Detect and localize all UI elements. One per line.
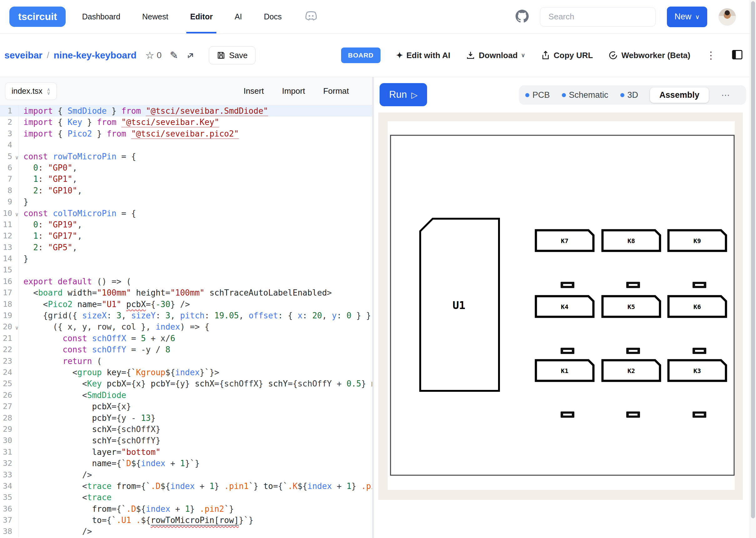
code-line[interactable]: 21 const schOffX = 5 + x/6 bbox=[0, 333, 372, 344]
menu-import[interactable]: Import bbox=[282, 86, 305, 96]
assembly-canvas[interactable]: U1K7K8K9K4K5K6K1K2K3 bbox=[388, 121, 735, 490]
breadcrumb: seveibar / nine-key-keyboard bbox=[4, 50, 137, 61]
board-badge[interactable]: BOARD bbox=[341, 47, 380, 63]
tab-label: PCB bbox=[533, 90, 550, 100]
code-line[interactable]: 2import { Key } from "@tsci/seveibar.Key… bbox=[0, 117, 372, 128]
code-line[interactable]: 25 <Key pcbX={x} pcbY={y} schX={schOffX}… bbox=[0, 378, 372, 389]
code-line[interactable]: 35 <trace bbox=[0, 492, 372, 503]
edit-with-ai-button[interactable]: ✦ Edit with AI bbox=[396, 51, 450, 60]
search-input[interactable] bbox=[540, 7, 656, 27]
fold-chevron-icon[interactable]: ∨ bbox=[15, 152, 19, 163]
line-number: 34 bbox=[0, 480, 19, 492]
open-link-button[interactable] bbox=[186, 51, 196, 60]
webworker-button[interactable]: Webworker (Beta) bbox=[609, 51, 690, 60]
fold-chevron-icon[interactable]: ∨ bbox=[15, 209, 19, 220]
nav-item-newest[interactable]: Newest bbox=[142, 0, 168, 33]
github-icon[interactable] bbox=[516, 10, 529, 24]
code-line[interactable]: 1import { SmdDiode } from "@tsci/seveiba… bbox=[0, 105, 372, 117]
panel-layout-button[interactable] bbox=[731, 49, 743, 61]
code-line[interactable]: 20∨ ({ x, y, row, col }, index) => { bbox=[0, 321, 372, 332]
code-line[interactable]: 12 1: "GP17", bbox=[0, 230, 372, 242]
code-line[interactable]: 4 bbox=[0, 139, 372, 151]
code-text: } bbox=[19, 196, 29, 207]
code-line[interactable]: 9} bbox=[0, 196, 372, 207]
code-text: schX={schOffX} bbox=[19, 424, 160, 435]
tab-label: 3D bbox=[627, 90, 638, 100]
code-line[interactable]: 23 return ( bbox=[0, 355, 372, 367]
code-line[interactable]: 34 <trace from={`.D${index + 1} .pin1`} … bbox=[0, 480, 372, 492]
code-line[interactable]: 37 to={`.U1 .${rowToMicroPin[row]}`} bbox=[0, 514, 372, 526]
code-line[interactable]: 26 <SmdDiode bbox=[0, 390, 372, 401]
code-line[interactable]: 17 <board width="100mm" height="100mm" s… bbox=[0, 287, 372, 298]
code-line[interactable]: 24 <group key={`Kgroup${index}`}> bbox=[0, 367, 372, 378]
new-button[interactable]: New ∨ bbox=[667, 7, 707, 27]
breadcrumb-owner[interactable]: seveibar bbox=[4, 50, 42, 61]
save-button[interactable]: Save bbox=[209, 46, 256, 64]
tab-schematic[interactable]: Schematic bbox=[562, 90, 609, 100]
download-label: Download bbox=[479, 51, 517, 60]
code-line[interactable]: 32 name={`D${index + 1}`} bbox=[0, 458, 372, 469]
code-line[interactable]: 7 1: "GP1", bbox=[0, 173, 372, 185]
app-logo[interactable]: tscircuit bbox=[9, 7, 66, 27]
menu-format[interactable]: Format bbox=[323, 86, 349, 96]
webworker-label: Webworker (Beta) bbox=[621, 51, 690, 60]
code-text: name={`D${index + 1}`} bbox=[19, 458, 200, 469]
line-number: 8 bbox=[0, 185, 19, 196]
code-text: ({ x, y, row, col }, index) => { bbox=[19, 321, 209, 332]
code-line[interactable]: 3import { Pico2 } from "@tsci/seveibar.p… bbox=[0, 128, 372, 139]
code-line[interactable]: 36 from={`.D${index + 1} .pin2`} bbox=[0, 503, 372, 514]
code-line[interactable]: 33 /> bbox=[0, 469, 372, 480]
code-line[interactable]: 10∨const colToMicroPin = { bbox=[0, 208, 372, 219]
code-line[interactable]: 38 /> bbox=[0, 526, 372, 537]
tab-3d[interactable]: 3D bbox=[620, 90, 638, 100]
tab-assembly[interactable]: Assembly bbox=[650, 87, 709, 103]
code-editor-panel: index.tsx ∧∨ Insert Import Format 1impor… bbox=[0, 77, 372, 538]
code-line[interactable]: 28 pcbY={y - 13} bbox=[0, 412, 372, 424]
code-line[interactable]: 29 schX={schOffX} bbox=[0, 424, 372, 435]
code-line[interactable]: 6 0: "GP0", bbox=[0, 162, 372, 173]
tabs-more-button[interactable]: ⋯ bbox=[721, 90, 730, 100]
code-text: import { Key } from "@tsci/seveibar.Key" bbox=[19, 117, 219, 128]
code-area[interactable]: 1import { SmdDiode } from "@tsci/seveiba… bbox=[0, 105, 372, 538]
menu-insert[interactable]: Insert bbox=[244, 86, 264, 96]
line-number: 7 bbox=[0, 173, 19, 185]
star-button[interactable]: ☆ 0 bbox=[145, 49, 162, 61]
nav-item-dashboard[interactable]: Dashboard bbox=[82, 0, 120, 33]
line-number: 20∨ bbox=[0, 321, 19, 332]
breadcrumb-project[interactable]: nine-key-keyboard bbox=[54, 50, 137, 61]
code-line[interactable]: 8 2: "GP10", bbox=[0, 185, 372, 196]
code-text: import { SmdDiode } from "@tsci/seveibar… bbox=[19, 105, 268, 117]
code-text: <group key={`Kgroup${index}`}> bbox=[19, 367, 219, 378]
line-number: 29 bbox=[0, 424, 19, 435]
code-line[interactable]: 14} bbox=[0, 253, 372, 264]
code-line[interactable]: 30 schY={schOffY} bbox=[0, 435, 372, 446]
line-number: 21 bbox=[0, 333, 19, 344]
fold-chevron-icon[interactable]: ∨ bbox=[15, 322, 19, 333]
code-line[interactable]: 19 {grid({ sizeX: 3, sizeY: 3, pitch: 19… bbox=[0, 310, 372, 321]
nav-item-docs[interactable]: Docs bbox=[264, 0, 282, 33]
status-dot-icon bbox=[562, 93, 566, 97]
discord-icon[interactable] bbox=[304, 11, 318, 23]
more-menu-button[interactable]: ⋮ bbox=[706, 49, 716, 61]
code-line[interactable]: 18 <Pico2 name="U1" pcbX={-30} /> bbox=[0, 299, 372, 310]
user-avatar[interactable] bbox=[719, 8, 736, 26]
line-number: 13 bbox=[0, 242, 19, 253]
copy-url-button[interactable]: Copy URL bbox=[541, 51, 593, 60]
code-line[interactable]: 27 pcbX={x} bbox=[0, 401, 372, 412]
run-button[interactable]: Run ▷ bbox=[379, 83, 427, 106]
code-line[interactable]: 5∨const rowToMicroPin = { bbox=[0, 151, 372, 162]
file-selector[interactable]: index.tsx ∧∨ bbox=[5, 82, 57, 100]
tab-pcb[interactable]: PCB bbox=[525, 90, 550, 100]
nav-item-editor[interactable]: Editor bbox=[190, 0, 212, 33]
code-line[interactable]: 16export default () => ( bbox=[0, 276, 372, 287]
code-line[interactable]: 15 bbox=[0, 264, 372, 276]
scrollbar-thumb[interactable] bbox=[751, 1, 755, 518]
code-line[interactable]: 31 layer="bottom" bbox=[0, 447, 372, 458]
code-line[interactable]: 13 2: "GP5", bbox=[0, 242, 372, 253]
code-line[interactable]: 11 0: "GP19", bbox=[0, 219, 372, 230]
download-button[interactable]: Download ∨ bbox=[466, 51, 525, 60]
code-line[interactable]: 22 const schOffY = -y / 8 bbox=[0, 344, 372, 355]
nav-items: Dashboard Newest Editor AI Docs bbox=[82, 0, 282, 33]
rename-button[interactable]: ✎ bbox=[170, 49, 178, 61]
nav-item-ai[interactable]: AI bbox=[235, 0, 242, 33]
